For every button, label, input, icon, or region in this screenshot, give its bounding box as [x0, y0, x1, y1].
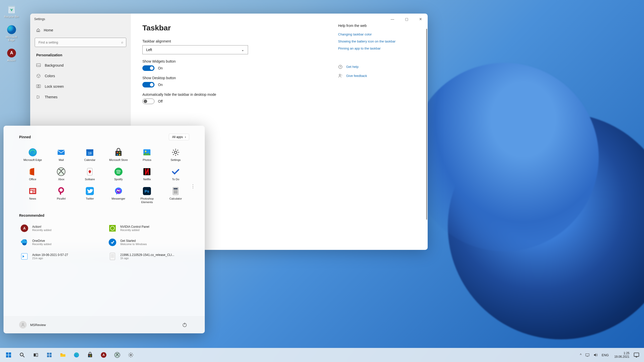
pinned-app[interactable]: Photos — [134, 146, 161, 164]
close-button[interactable]: ✕ — [414, 14, 428, 25]
themes-icon — [36, 95, 41, 99]
scrollbar[interactable] — [426, 29, 427, 220]
sidebar-item-lock-screen[interactable]: Lock screen — [30, 81, 131, 92]
task-view-button[interactable] — [29, 349, 42, 361]
sidebar-home[interactable]: Home — [30, 25, 131, 36]
edge-button[interactable] — [70, 349, 83, 361]
network-icon[interactable] — [585, 353, 590, 357]
tray-chevron-icon[interactable]: ^ — [580, 353, 582, 357]
desktop-icon-edge[interactable]: Microsoft Edge — [2, 23, 21, 43]
svg-rect-23 — [119, 152, 120, 153]
store-button[interactable] — [84, 349, 97, 361]
svg-rect-37 — [33, 191, 35, 191]
maximize-button[interactable]: ▢ — [399, 14, 414, 25]
pinned-app[interactable]: Messenger — [105, 185, 132, 206]
sidebar-item-colors[interactable]: Colors — [30, 71, 131, 81]
language-indicator[interactable]: ENG — [600, 353, 610, 357]
pinned-app[interactable]: Settings — [162, 146, 189, 164]
xbox-button[interactable] — [111, 349, 124, 361]
taskbar-right: ^ ENG 1:25 19.06.2021 — [580, 351, 642, 359]
pinned-app[interactable]: Office — [19, 165, 46, 183]
svg-point-15 — [339, 74, 341, 76]
pinned-app[interactable]: Spotify — [105, 165, 132, 183]
svg-point-56 — [109, 239, 116, 246]
lock-screen-icon — [36, 84, 41, 89]
help-link[interactable]: Changing taskbar color — [338, 32, 416, 37]
svg-point-50 — [175, 192, 176, 193]
svg-point-27 — [145, 151, 146, 152]
svg-point-9 — [39, 75, 39, 76]
pinned-app[interactable]: 19Calendar — [76, 146, 103, 164]
sidebar-item-label: Colors — [45, 74, 55, 78]
search-button[interactable] — [16, 349, 29, 361]
pinned-label: Pinned — [19, 135, 31, 139]
app-icon — [142, 167, 151, 176]
app-icon — [114, 148, 123, 157]
help-link[interactable]: Showing the battery icon on the taskbar — [338, 39, 416, 44]
pinned-app[interactable]: Xbox — [48, 165, 75, 183]
app-icon — [171, 148, 180, 157]
power-icon — [182, 322, 187, 327]
recommended-label: Recommended — [19, 213, 44, 217]
help-link[interactable]: Pinning an app to the taskbar — [338, 46, 416, 51]
pinned-app[interactable]: News — [19, 185, 46, 206]
more-icon[interactable]: ⋮ — [191, 184, 195, 189]
get-help-link[interactable]: ? Get help — [338, 65, 416, 69]
give-feedback-link[interactable]: Give feedback — [338, 74, 416, 78]
all-apps-button[interactable]: All apps › — [169, 134, 189, 140]
recommended-name: OneDrive — [32, 239, 51, 243]
recommended-item[interactable]: OneDriveRecently added — [19, 237, 101, 248]
app-icon — [142, 148, 151, 157]
pinned-app[interactable]: Microsoft Store — [105, 146, 132, 164]
recommended-item[interactable]: AAction!Recently added — [19, 223, 101, 234]
recommended-item[interactable]: NVIDIA Control PanelRecently added — [107, 223, 189, 234]
file-explorer-button[interactable] — [56, 349, 69, 361]
pinned-app[interactable]: PicsArt — [48, 185, 75, 206]
pinned-app[interactable]: PsPhotoshop Elements — [134, 185, 161, 206]
sidebar-item-background[interactable]: Background — [30, 60, 131, 71]
action-app-button[interactable]: A — [97, 349, 110, 361]
user-account-button[interactable]: MSReview — [19, 321, 46, 329]
settings-search-input[interactable] — [35, 38, 126, 47]
svg-rect-40 — [60, 192, 61, 195]
pinned-app[interactable]: Twitter — [76, 185, 103, 206]
window-title: Settings — [30, 14, 131, 25]
minimize-button[interactable]: — — [385, 14, 399, 25]
svg-text:A: A — [10, 50, 13, 55]
settings-app-button[interactable] — [124, 349, 137, 361]
pinned-app[interactable]: Microsoft Edge — [19, 146, 46, 164]
volume-icon[interactable] — [593, 353, 598, 357]
recommended-item[interactable]: Get StartedWelcome to Windows — [107, 237, 189, 248]
recommended-detail: Recently added — [120, 229, 149, 232]
clock[interactable]: 1:25 19.06.2021 — [613, 351, 631, 359]
app-icon — [57, 167, 66, 176]
pinned-app[interactable]: Calculator — [162, 185, 189, 206]
start-button[interactable] — [2, 349, 15, 361]
pinned-app[interactable]: Mail — [48, 146, 75, 164]
svg-rect-67 — [6, 355, 8, 357]
pinned-app[interactable]: Netflix — [134, 165, 161, 183]
xbox-icon — [114, 352, 120, 358]
recommended-item[interactable]: 21996.1.210529-1541.co_release_CLI...1h … — [107, 251, 189, 262]
start-recommended-section: Recommended AAction!Recently addedNVIDIA… — [4, 208, 205, 264]
recommended-item[interactable]: Action 19-06-2021 0-57-2721m ago — [19, 251, 101, 262]
desktop-button-toggle[interactable] — [142, 82, 154, 87]
desktop-icon-action[interactable]: A Action! — [2, 47, 21, 63]
desktop-icons: Recycle Bin Microsoft Edge A Action! — [2, 3, 21, 63]
sidebar-item-themes[interactable]: Themes — [30, 92, 131, 102]
notifications-icon[interactable] — [633, 352, 639, 358]
widgets-toggle[interactable] — [142, 65, 154, 71]
desktop-icon-recycle-bin[interactable]: Recycle Bin — [2, 3, 21, 19]
app-label: Spotify — [114, 178, 123, 181]
sidebar-category-label: Personalization — [30, 52, 131, 60]
widgets-button[interactable] — [43, 349, 56, 361]
pinned-app[interactable]: Solitaire — [76, 165, 103, 183]
pinned-app[interactable]: To Do — [162, 165, 189, 183]
svg-rect-36 — [30, 191, 32, 193]
power-button[interactable] — [180, 320, 189, 329]
alignment-select[interactable]: Left ⌄ — [142, 45, 248, 54]
autohide-toggle[interactable] — [142, 99, 154, 104]
app-label: Messenger — [112, 197, 125, 200]
desktop-icon-label: Action! — [7, 59, 16, 62]
app-icon — [85, 187, 94, 196]
